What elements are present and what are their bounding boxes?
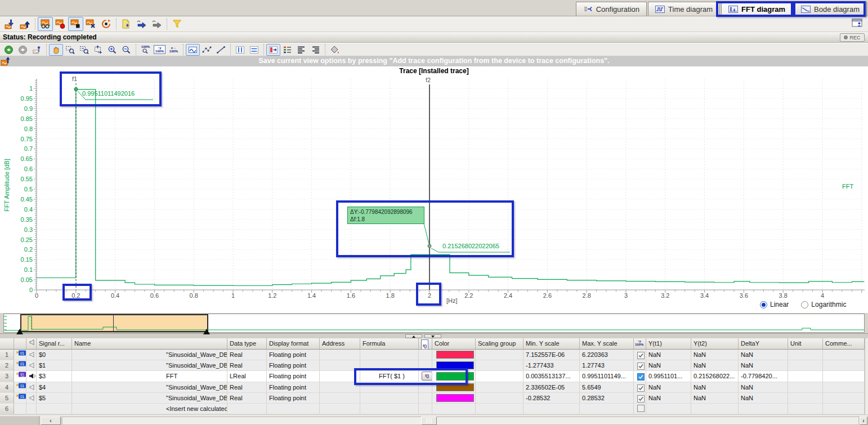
table-row-5-delta_y[interactable]: NaN — [739, 393, 788, 404]
back-icon[interactable] — [2, 44, 16, 56]
signal-list-icon[interactable] — [280, 44, 294, 56]
table-row-6-max_y[interactable] — [580, 404, 634, 414]
column-header-y_t2[interactable]: Y(t2) — [691, 338, 739, 350]
table-row-1-color[interactable] — [432, 350, 476, 360]
table-row-5-fx[interactable] — [419, 393, 432, 404]
table-row-6-address[interactable] — [320, 404, 360, 414]
background-color-icon[interactable] — [328, 44, 342, 56]
table-row-1-max_y[interactable]: 6.220363 — [580, 350, 634, 360]
table-row-2-scaling_group[interactable] — [476, 360, 524, 371]
vertical-cursors-icon[interactable] — [233, 44, 247, 56]
table-row-1-formula[interactable] — [360, 350, 419, 360]
table-row-3-display_format[interactable]: Floating point — [267, 371, 320, 382]
table-row-5-audio[interactable] — [26, 393, 37, 404]
table-row-1-unit[interactable] — [788, 350, 823, 360]
column-header-audio[interactable] — [26, 338, 37, 350]
export-measurements-blue-icon[interactable] — [134, 17, 149, 31]
table-row-2-unit[interactable] — [788, 360, 823, 371]
zoom-in-icon[interactable] — [105, 44, 119, 56]
column-header-scaling_group[interactable]: Scaling group — [476, 338, 524, 350]
column-header-y100[interactable]: ↑y100% — [634, 338, 646, 350]
forward-icon[interactable] — [16, 44, 30, 56]
column-header-min_y[interactable]: Min. Y scale — [524, 338, 580, 350]
pin-view-icon[interactable] — [30, 44, 44, 56]
table-row-5-formula[interactable] — [360, 393, 419, 404]
scale-y-100-checkbox[interactable] — [637, 373, 645, 381]
column-header-max_y[interactable]: Max. Y scale — [580, 338, 634, 350]
scale-y-100-checkbox[interactable] — [637, 363, 645, 370]
add-trace-configuration-icon[interactable] — [119, 17, 134, 31]
horizontal-scrollbar[interactable]: ‹ › — [0, 415, 868, 425]
table-row-1-display_format[interactable]: Floating point — [267, 350, 320, 360]
table-row-6-signal[interactable] — [37, 404, 72, 414]
table-row-3-data_type[interactable]: LReal — [227, 371, 267, 382]
table-row-3-max_y[interactable]: 0.9951101149... — [580, 371, 634, 382]
table-row-5-num[interactable]: 5 — [0, 393, 14, 404]
table-row-4-min_y[interactable]: 2.336502E-05 — [524, 382, 580, 393]
collapse-up-button[interactable] — [405, 334, 422, 338]
table-row-2-display_format[interactable]: Floating point — [267, 360, 320, 371]
table-row-1-y100[interactable] — [634, 350, 646, 360]
table-row-4-y_t1[interactable]: NaN — [646, 382, 691, 393]
column-header-fx[interactable]: f() — [419, 338, 432, 350]
column-header-signal[interactable]: Signal r... — [37, 338, 72, 350]
table-row-4-source[interactable]: 01 — [14, 382, 26, 393]
table-row-3-comment[interactable] — [823, 371, 865, 382]
zoom-out-icon[interactable] — [119, 44, 133, 56]
scale-y-100-checkbox[interactable] — [637, 384, 645, 392]
table-row-5-data_type[interactable]: Real — [227, 393, 267, 404]
table-row-1-num[interactable]: 1 — [0, 350, 14, 360]
table-row-2-audio[interactable] — [26, 360, 37, 371]
table-row-1-source[interactable]: 01 — [14, 350, 26, 360]
overview-cursor-f2[interactable] — [113, 314, 114, 332]
scroll-right-button[interactable]: › — [860, 417, 867, 425]
linear-radio-icon[interactable] — [760, 301, 767, 308]
table-row-3-scaling_group[interactable] — [476, 371, 524, 382]
transfer-from-device-icon[interactable] — [17, 17, 33, 31]
table-row-2-source[interactable]: 01 — [14, 360, 26, 371]
table-row-5-color[interactable] — [432, 393, 476, 404]
table-row-6-delta_y[interactable] — [739, 404, 788, 414]
table-row-1-comment[interactable] — [823, 350, 865, 360]
table-row-1-address[interactable] — [320, 350, 360, 360]
logarithmic-radio[interactable]: Logarithmic — [801, 301, 846, 308]
column-header-delta_y[interactable]: DeltaY — [739, 338, 788, 350]
table-vertical-scrollbar[interactable] — [865, 338, 868, 414]
scale-x-100-icon[interactable]: x→100% — [167, 44, 181, 56]
table-row-3-delta_y[interactable]: -0.7798420... — [739, 371, 788, 382]
table-row-1-signal[interactable]: $0 — [37, 350, 72, 360]
table-row-4-scaling_group[interactable] — [476, 382, 524, 393]
table-row-1-name[interactable]: "Sinusoidal_Wave_DB".s_Current_Angle — [72, 350, 227, 360]
table-row-4-data_type[interactable]: Real — [227, 382, 267, 393]
cancel-recording-icon[interactable] — [83, 17, 99, 31]
cursor-f2-label[interactable]: f2 — [426, 77, 431, 83]
table-row-4-y_t2[interactable]: NaN — [691, 382, 739, 393]
table-row-5-name[interactable]: "Sinusoidal_Wave_DB".s_Current_Disturb_W… — [72, 393, 227, 404]
column-header-comment[interactable]: Comme... — [823, 338, 865, 350]
table-row-5-y_t1[interactable]: NaN — [646, 393, 691, 404]
table-row-3-num[interactable]: 3 — [0, 371, 14, 382]
column-header-name[interactable]: Name — [72, 338, 227, 350]
table-row-6-unit[interactable] — [788, 404, 823, 414]
table-row-1-audio[interactable] — [26, 350, 37, 360]
filter-icon[interactable] — [169, 17, 185, 31]
table-row-5-source[interactable]: 01 — [14, 393, 26, 404]
zoom-move-icon[interactable] — [91, 44, 105, 56]
overview-left-handle[interactable] — [16, 329, 23, 334]
table-row-5-address[interactable] — [320, 393, 360, 404]
scrollbar-track[interactable] — [62, 417, 859, 425]
interpolation-icon[interactable] — [214, 44, 228, 56]
table-row-4-audio[interactable] — [26, 382, 37, 393]
monitor-on-off-icon[interactable] — [38, 17, 53, 31]
table-row-6-y100[interactable] — [634, 404, 646, 414]
zoom-region-icon[interactable] — [77, 44, 91, 56]
table-row-4-max_y[interactable]: 5.6549 — [580, 382, 634, 393]
overview-cursor-f1[interactable] — [32, 314, 32, 332]
table-row-6-name[interactable]: <Insert new calculated signal> — [72, 404, 227, 414]
table-row-3-audio[interactable] — [26, 371, 37, 382]
column-header-unit[interactable]: Unit — [788, 338, 823, 350]
table-row-6-comment[interactable] — [823, 404, 865, 414]
table-row-5-min_y[interactable]: -0.28532 — [524, 393, 580, 404]
column-header-num[interactable] — [0, 338, 14, 350]
table-row-2-y100[interactable] — [634, 360, 646, 371]
